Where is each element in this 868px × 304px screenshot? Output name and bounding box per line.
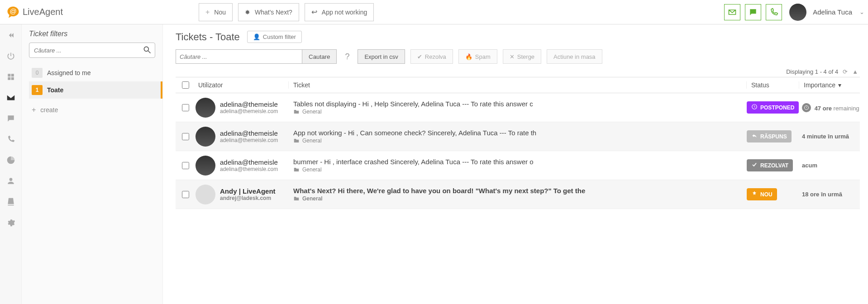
export-button[interactable]: Export in csv [358,49,405,64]
col-status[interactable]: Status [747,81,799,89]
kb-icon[interactable] [5,195,17,208]
ticket-category: General [293,138,747,144]
filter-create[interactable]: + create [29,102,155,118]
row-checkbox[interactable] [176,191,196,198]
user-name: adelina@themeisle [220,100,278,108]
user-email: adelina@themeisle.com [220,137,278,143]
brand[interactable]: @ LiveAgent [6,5,63,19]
row-checkbox[interactable] [176,133,196,140]
col-importance-label: Importance [804,81,835,89]
folder-icon [293,138,300,144]
page-title: Tickets - Toate [176,31,240,43]
filter-toate[interactable]: 1 Toate [29,81,162,99]
app-not-working-button[interactable]: ↩ App not working [305,3,374,21]
calls-icon[interactable] [5,133,17,146]
customers-icon[interactable] [5,175,17,187]
filters-search-wrap [29,43,155,58]
plus-icon: + [32,106,36,114]
status-text: RĂSPUNS [760,133,787,140]
user-names: Andy | LiveAgent andrej@ladesk.com [220,187,276,201]
ticket-subject: What's Next? Hi there, We're glad to hav… [293,187,747,195]
sterge-label: Sterge [517,53,534,60]
sterge-button[interactable]: ✕Sterge [503,49,541,64]
user-name: adelina@themeisle [220,129,278,137]
ticket-row[interactable]: adelina@themeisle adelina@themeisle.com … [176,93,860,122]
chevron-down-icon: ▾ [838,81,841,89]
row-importance: acum [799,162,860,169]
ticket-category-label: General [302,195,323,202]
help-icon[interactable]: ? [345,52,349,62]
row-checkbox[interactable] [176,104,196,111]
chats-icon[interactable] [5,112,17,125]
row-user: adelina@themeisle adelina@themeisle.com [196,98,289,118]
grid-head: Utilizator Ticket Status Importance▾ [176,77,860,93]
app-not-working-label: App not working [322,9,367,16]
col-ticket[interactable]: Ticket [289,81,747,89]
refresh-icon[interactable]: ⟳ [843,68,848,75]
tickets-icon[interactable] [5,91,17,104]
ticket-category-label: General [302,109,322,115]
ticket-row[interactable]: adelina@themeisle adelina@themeisle.com … [176,122,860,151]
new-button[interactable]: + Nou [199,3,233,21]
filter-assigned-to-me[interactable]: 0 Assigned to me [29,64,155,81]
user-names: adelina@themeisle adelina@themeisle.com [220,158,278,172]
power-icon[interactable] [5,50,17,62]
ticket-category: General [293,109,747,115]
spam-button[interactable]: 🔥Spam [458,49,497,64]
iconbar [0,24,22,304]
chat-channel-button[interactable] [745,4,761,20]
ticket-category: General [293,195,747,202]
rezolva-label: Rezolva [425,53,446,60]
select-all-checkbox[interactable] [176,81,196,89]
filter-create-label: create [40,106,58,114]
importance-time: 18 ore în urmă [802,191,842,198]
user-avatar[interactable] [789,4,806,21]
toolbar-search: Cautare [176,49,337,64]
phone-channel-button[interactable] [766,4,782,20]
flame-icon: 🔥 [465,53,472,60]
user-name: Andy | LiveAgent [220,187,276,195]
folder-icon [293,166,300,173]
rows-container: adelina@themeisle adelina@themeisle.com … [176,93,860,209]
row-checkbox[interactable] [176,162,196,169]
collapse-icon[interactable] [5,29,17,42]
row-user: adelina@themeisle adelina@themeisle.com [196,156,289,176]
clock-icon [802,103,811,112]
list-meta: Displaying 1 - 4 of 4 ⟳ ▲ [176,68,860,75]
custom-filter-label: Custom filter [263,33,296,40]
star-icon: ✸ [245,9,250,16]
whats-next-button[interactable]: ✸ What's Next? [238,3,299,21]
reports-icon[interactable] [5,154,17,166]
toolbar-search-button[interactable]: Cautare [302,49,337,64]
close-icon: ✕ [510,53,515,60]
row-ticket: What's Next? Hi there, We're glad to hav… [289,187,747,202]
filters-title: Ticket filters [29,30,155,38]
sort-up-icon[interactable]: ▲ [852,68,858,75]
dashboard-icon[interactable] [5,71,17,83]
chevron-down-icon[interactable]: ⌄ [859,9,864,15]
user-names: adelina@themeisle adelina@themeisle.com [220,129,278,143]
importance-suffix: remaining [832,105,859,112]
mail-channel-button[interactable] [724,4,740,20]
ticket-row[interactable]: adelina@themeisle adelina@themeisle.com … [176,151,860,180]
ticket-row[interactable]: Andy | LiveAgent andrej@ladesk.com What'… [176,180,860,209]
rezolva-button[interactable]: ✔Rezolva [410,49,453,64]
importance-time: 47 ore [815,105,832,112]
new-button-label: Nou [214,9,226,16]
bulk-action-button[interactable]: Actiune in masa [547,49,602,64]
row-importance: 18 ore în urmă [799,191,860,198]
filter-toate-label: Toate [47,86,63,94]
custom-filter-button[interactable]: 👤 Custom filter [247,31,302,43]
row-status: REZOLVAT [747,159,799,171]
page-title-row: Tickets - Toate 👤 Custom filter [176,31,860,43]
search-icon[interactable] [143,45,152,56]
filters-search-input[interactable] [29,43,155,58]
toolbar-search-input[interactable] [176,49,302,64]
col-importance[interactable]: Importance▾ [799,81,860,89]
col-user[interactable]: Utilizator [196,81,289,89]
username-top[interactable]: Adelina Tuca [813,8,852,16]
settings-icon[interactable] [5,216,17,229]
row-importance: 47 ore remaining [799,103,860,112]
importance-time: acum [802,162,817,169]
svg-rect-3 [8,77,10,80]
